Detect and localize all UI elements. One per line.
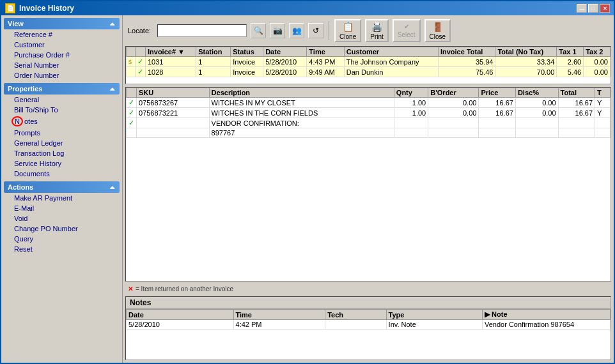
- col-customer[interactable]: Customer: [344, 47, 438, 57]
- legend: ✕ = Item returned on another Invoice: [125, 284, 611, 294]
- row-tax2: 0.00: [584, 57, 611, 67]
- notes-col-type[interactable]: Type: [386, 310, 482, 320]
- people-button[interactable]: 👥: [289, 23, 304, 38]
- notes-table-row[interactable]: 5/28/2010 4:42 PM Inv. Note Vendor Confi…: [127, 320, 611, 330]
- maximize-button[interactable]: □: [588, 4, 598, 13]
- sidebar-item-notes[interactable]: Notes: [4, 115, 120, 128]
- minimize-button[interactable]: —: [577, 4, 587, 13]
- sidebar-item-email[interactable]: E-Mail: [4, 203, 120, 213]
- notes-col-date[interactable]: Date: [127, 310, 234, 320]
- col-indicator1: [127, 47, 136, 57]
- invoice-table-header-row: Invoice# ▼ Station Status Date Time Cust…: [127, 47, 611, 57]
- row-indicator2: ✓: [136, 57, 146, 67]
- row-total: [558, 118, 595, 128]
- clone-button[interactable]: 📋 Clone: [334, 19, 361, 42]
- sidebar-item-customer[interactable]: Customer: [4, 40, 120, 50]
- detail-table-row[interactable]: 897767: [127, 128, 611, 138]
- sidebar-item-make-ar[interactable]: Make AR Payment: [4, 193, 120, 203]
- invoice-table-row[interactable]: $ ✓ 1031 1 Invoice 5/28/2010 4:43 PM The…: [127, 57, 611, 67]
- sidebar-item-purchase-order[interactable]: Purchase Order #: [4, 50, 120, 60]
- camera-button[interactable]: 📷: [270, 23, 285, 38]
- col-station[interactable]: Station: [196, 47, 231, 57]
- clone-icon: 📋: [343, 22, 354, 32]
- right-panel: Locate: 🔍 📷 👥 ↺ 📋 Clone 🖨️ Print ✔ Selec: [123, 15, 614, 363]
- row-station: 1: [196, 57, 231, 67]
- main-window: 📄 Invoice History — □ ✕ View ⏶ Reference…: [0, 0, 615, 364]
- notes-circle-icon: N: [12, 116, 23, 126]
- locate-input[interactable]: [157, 24, 247, 37]
- col-total-no-tax[interactable]: Total (No Tax): [495, 47, 557, 57]
- row-check: ✓: [127, 118, 137, 128]
- sidebar-item-prompts[interactable]: Prompts: [4, 128, 120, 138]
- notes-col-note[interactable]: ▶ Note: [483, 310, 611, 320]
- row-time: 4:43 PM: [307, 57, 344, 67]
- sidebar-section-actions-header[interactable]: Actions ⏶: [4, 181, 120, 193]
- locate-button[interactable]: 🔍: [251, 23, 266, 38]
- window-icon: 📄: [5, 3, 15, 13]
- view-chevron-icon: ⏶: [109, 20, 116, 27]
- sidebar-item-reference[interactable]: Reference #: [4, 29, 120, 40]
- detail-table-row[interactable]: ✓ 0756873267 WITCHES IN MY CLOSET 1.00 0…: [127, 98, 611, 108]
- col-disc[interactable]: Disc%: [515, 88, 558, 98]
- row-time: 9:49 AM: [307, 67, 344, 77]
- sidebar-item-general[interactable]: General: [4, 95, 120, 105]
- col-time[interactable]: Time: [307, 47, 344, 57]
- sidebar: View ⏶ Reference # Customer Purchase Ord…: [1, 15, 123, 363]
- sidebar-item-transaction-log[interactable]: Transaction Log: [4, 148, 120, 158]
- refresh-button[interactable]: ↺: [308, 23, 323, 38]
- print-icon: 🖨️: [371, 22, 382, 32]
- window-title: Invoice History: [19, 4, 74, 13]
- notes-col-tech[interactable]: Tech: [325, 310, 386, 320]
- col-invoice-num[interactable]: Invoice# ▼: [146, 47, 196, 57]
- col-tax1[interactable]: Tax 1: [557, 47, 584, 57]
- sidebar-item-order-number[interactable]: Order Number: [4, 70, 120, 80]
- col-border[interactable]: B'Order: [428, 88, 479, 98]
- sidebar-section-properties-header[interactable]: Properties ⏶: [4, 83, 120, 95]
- row-border: 0.00: [428, 108, 479, 118]
- row-border: 0.00: [428, 98, 479, 108]
- col-tax2[interactable]: Tax 2: [584, 47, 611, 57]
- col-invoice-total[interactable]: Invoice Total: [438, 47, 495, 57]
- toolbar-separator: [329, 21, 329, 40]
- col-check: [127, 88, 137, 98]
- row-t: [595, 128, 611, 138]
- row-border: [428, 118, 479, 128]
- col-price[interactable]: Price: [479, 88, 516, 98]
- col-qnty[interactable]: Qnty: [394, 88, 428, 98]
- col-date[interactable]: Date: [263, 47, 307, 57]
- invoice-table-row[interactable]: ✓ 1028 1 Invoice 5/28/2010 9:49 AM Dan D…: [127, 67, 611, 77]
- sidebar-section-view-header[interactable]: View ⏶: [4, 18, 120, 29]
- sidebar-item-documents[interactable]: Documents: [4, 169, 120, 179]
- close-button[interactable]: 🚪 Close: [424, 19, 451, 42]
- col-sku[interactable]: SKU: [137, 88, 210, 98]
- select-button[interactable]: ✔ Select: [393, 19, 421, 42]
- col-t[interactable]: T: [595, 88, 611, 98]
- col-description[interactable]: Description: [209, 88, 394, 98]
- col-total[interactable]: Total: [558, 88, 595, 98]
- col-status[interactable]: Status: [231, 47, 263, 57]
- detail-table-row[interactable]: ✓ 0756873221 WITCHES IN THE CORN FIELDS …: [127, 108, 611, 118]
- note-date: 5/28/2010: [127, 320, 234, 330]
- notes-header-row: Date Time Tech Type ▶ Note: [127, 310, 611, 320]
- row-status: Invoice: [231, 57, 263, 67]
- sidebar-item-bill-to[interactable]: Bill To/Ship To: [4, 105, 120, 115]
- row-price: [479, 118, 516, 128]
- detail-table-row[interactable]: ✓ VENDOR CONFIRMATION:: [127, 118, 611, 128]
- row-invoice-num: 1031: [146, 57, 196, 67]
- sidebar-item-serial-number[interactable]: Serial Number: [4, 60, 120, 70]
- note-time: 4:42 PM: [233, 320, 325, 330]
- sidebar-item-void[interactable]: Void: [4, 213, 120, 224]
- sidebar-item-change-po[interactable]: Change PO Number: [4, 224, 120, 234]
- legend-text: = Item returned on another Invoice: [136, 285, 233, 292]
- notes-col-time[interactable]: Time: [233, 310, 325, 320]
- window-close-button[interactable]: ✕: [600, 4, 610, 13]
- sidebar-item-general-ledger[interactable]: General Ledger: [4, 138, 120, 148]
- sidebar-item-query[interactable]: Query: [4, 234, 120, 244]
- print-button[interactable]: 🖨️ Print: [365, 19, 389, 42]
- row-sku: [137, 118, 210, 128]
- row-disc: 0.00: [515, 98, 558, 108]
- sidebar-item-reset[interactable]: Reset: [4, 244, 120, 254]
- sidebar-item-service-history[interactable]: Service History: [4, 158, 120, 169]
- notes-section: Notes Date Time Tech Type ▶ Note: [125, 296, 611, 360]
- row-customer: Dan Dunkin: [344, 67, 438, 77]
